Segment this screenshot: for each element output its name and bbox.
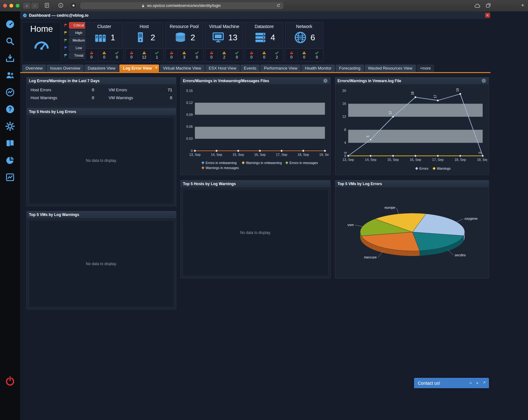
tab-more[interactable]: +more xyxy=(417,65,434,72)
warning-icon xyxy=(182,51,186,55)
pie-chart-icon[interactable] xyxy=(0,152,20,169)
svg-text:Errors in messages: Errors in messages xyxy=(289,161,318,165)
card-count: 13 xyxy=(228,33,237,43)
tab-log-error-view[interactable]: Log Error View× xyxy=(119,65,159,72)
summary-value: 0 xyxy=(92,95,94,100)
extension-icon[interactable] xyxy=(71,3,77,9)
close-dashboard-button[interactable]: × xyxy=(485,13,490,18)
panel-title: Top 5 VMs by Log Warnings xyxy=(29,213,79,217)
flag-icon xyxy=(64,38,68,43)
svg-text:oxygene: oxygene xyxy=(464,217,478,220)
svg-text:secdns: secdns xyxy=(455,253,466,257)
contact-collapse-icon[interactable] xyxy=(468,381,473,385)
entity-card-cluster[interactable]: Cluster1000 xyxy=(85,22,123,62)
svg-text:19: 19 xyxy=(456,88,459,92)
tab-issues-overview[interactable]: Issues Overview xyxy=(47,65,83,72)
ok-count: 2 xyxy=(276,55,278,60)
help-icon[interactable]: ? xyxy=(0,101,20,118)
ok-icon xyxy=(275,51,279,55)
entity-card-virtual-machine[interactable]: Virtual Machine13020 xyxy=(205,22,243,62)
contact-close-icon[interactable]: × xyxy=(476,381,479,386)
flag-icon xyxy=(64,46,68,50)
entity-card-network[interactable]: Network6000 xyxy=(285,22,323,62)
network-icon xyxy=(293,31,308,44)
panel-title: Top 5 Hosts by Log Warnings xyxy=(183,182,236,186)
tab-esx-host-view[interactable]: ESX Host View xyxy=(205,65,240,72)
svg-text:0: 0 xyxy=(478,152,482,154)
tab-virtual-machine-view[interactable]: Virtual Machine View xyxy=(160,65,205,72)
page-title: Dashboard — cedric@vblog.io xyxy=(29,13,88,18)
warning-icon xyxy=(142,51,146,55)
svg-text:europe: europe xyxy=(384,206,395,209)
dashboard-header: Dashboard — cedric@vblog.io × xyxy=(20,11,491,20)
flag-icon xyxy=(64,54,68,58)
window-minimize-button[interactable] xyxy=(9,4,13,8)
card-count: 2 xyxy=(150,33,155,43)
new-tab-button[interactable]: + xyxy=(519,2,526,9)
ok-icon xyxy=(195,51,199,55)
tab-health-monitor[interactable]: Health Monitor xyxy=(301,65,335,72)
alert-icon xyxy=(89,51,94,55)
warning-count: 2 xyxy=(223,55,225,60)
vmware-line-chart: 04812162013, Sep14, Sep15, Sep16, Sep17,… xyxy=(337,85,487,174)
contact-widget[interactable]: Contact us! × xyxy=(414,378,489,388)
card-count: 4 xyxy=(270,33,275,43)
entity-card-host[interactable]: Host20121 xyxy=(125,22,163,62)
cluster-icon xyxy=(93,31,108,44)
page-icon[interactable] xyxy=(44,3,51,9)
tab-forecasting[interactable]: Forecasting xyxy=(336,65,364,72)
address-bar[interactable]: ws.opvizor.com/webservice/ws/identity/lo… xyxy=(80,2,283,9)
entity-card-datastore[interactable]: Datastore4002 xyxy=(245,22,283,62)
resource-pool-icon xyxy=(173,31,188,44)
panel-settings-icon[interactable] xyxy=(481,78,486,83)
vm-errors-pie-chart: oxygenesecdnsmercurevsmeurope xyxy=(337,187,487,277)
search-icon[interactable] xyxy=(0,33,20,50)
dashboard-gauge-icon[interactable] xyxy=(0,16,20,33)
alert-icon xyxy=(289,51,294,55)
tab-overview[interactable]: Overview xyxy=(22,65,46,72)
svg-text:Warnings in vmkwarning: Warnings in vmkwarning xyxy=(246,161,282,165)
power-button[interactable] xyxy=(0,376,20,386)
ok-icon xyxy=(235,51,239,55)
icloud-icon[interactable] xyxy=(474,3,481,9)
reload-icon[interactable] xyxy=(276,3,281,8)
tab-close-icon[interactable]: × xyxy=(155,64,157,71)
forward-button[interactable]: › xyxy=(31,2,39,9)
tab-datastore-view[interactable]: Datastore View xyxy=(84,65,119,72)
contact-expand-icon[interactable] xyxy=(482,381,486,385)
empty-chart-area: No data to display. xyxy=(183,189,328,276)
svg-text:20: 20 xyxy=(342,89,346,93)
panel-settings-icon[interactable] xyxy=(323,78,328,83)
svg-text:17, Sep: 17, Sep xyxy=(432,158,444,162)
info-icon[interactable] xyxy=(58,3,65,9)
home-label: Home xyxy=(30,24,53,34)
performance-icon[interactable] xyxy=(0,84,20,101)
users-icon[interactable] xyxy=(0,67,20,84)
window-close-button[interactable] xyxy=(3,4,7,8)
svg-text:14, Sep: 14, Sep xyxy=(211,153,222,156)
entity-card-resource-pool[interactable]: Resource Pool2030 xyxy=(165,22,203,62)
alert-icon xyxy=(129,51,134,55)
alert-count: 0 xyxy=(290,55,292,60)
svg-text:0.06: 0.06 xyxy=(186,125,193,128)
import-icon[interactable] xyxy=(0,50,20,67)
tab-performance-view[interactable]: Performance View xyxy=(260,65,301,72)
settings-icon[interactable] xyxy=(0,118,20,135)
svg-text:0.12: 0.12 xyxy=(186,101,193,105)
back-button[interactable]: ‹ xyxy=(23,2,31,9)
panel-vmware-log-chart: Errors/Warnings in Vmware.log File 04812… xyxy=(335,77,489,175)
documentation-icon[interactable] xyxy=(0,135,20,152)
svg-text:19, Sep: 19, Sep xyxy=(319,153,329,156)
card-count: 1 xyxy=(111,33,115,43)
home-widget[interactable]: Home xyxy=(22,22,61,62)
svg-text:Errors: Errors xyxy=(419,167,429,170)
host-icon xyxy=(133,31,148,44)
tab-events[interactable]: Events xyxy=(241,65,260,72)
tab-wasted-resources-view[interactable]: Wasted Resources View xyxy=(365,65,416,72)
ok-count: 0 xyxy=(236,55,238,60)
ok-count: 0 xyxy=(116,55,118,60)
svg-text:mercure: mercure xyxy=(364,255,377,259)
window-zoom-button[interactable] xyxy=(16,4,20,8)
reports-icon[interactable] xyxy=(0,169,20,186)
tab-overview-icon[interactable] xyxy=(485,3,492,9)
